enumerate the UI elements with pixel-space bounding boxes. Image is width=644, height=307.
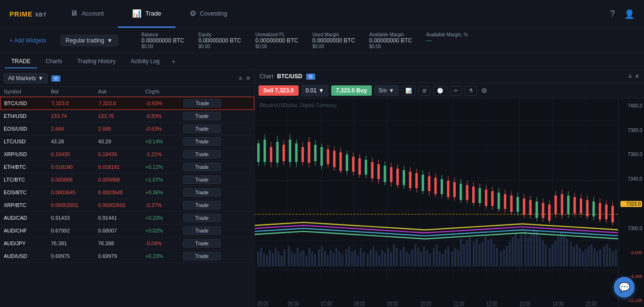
table-row[interactable]: AUD/USD 0.69975 0.69979 +0.23% Trade bbox=[0, 250, 254, 263]
svg-text:05:00: 05:00 bbox=[257, 300, 268, 307]
tab-trade[interactable]: TRADE bbox=[5, 55, 37, 68]
trade-button[interactable]: Trade bbox=[183, 137, 221, 146]
trade-button[interactable]: Trade bbox=[183, 175, 221, 184]
svg-rect-21 bbox=[269, 250, 271, 266]
chart-filter-icon[interactable]: ☰ bbox=[306, 74, 315, 80]
svg-rect-61 bbox=[390, 251, 392, 266]
trade-button[interactable]: Trade bbox=[183, 150, 221, 158]
nav-tab-account[interactable]: 🖥 Account bbox=[56, 0, 118, 28]
trade-button[interactable]: Trade bbox=[183, 124, 221, 133]
chart-clock-button[interactable]: 🕐 bbox=[433, 86, 447, 96]
markets-menu-icon[interactable]: ≡ bbox=[239, 75, 242, 82]
svg-text:10:00: 10:00 bbox=[420, 300, 431, 307]
table-row[interactable]: LTC/BTC 0.005866 0.005868 +1.07% Trade bbox=[0, 174, 254, 186]
trade-button[interactable]: Trade bbox=[183, 226, 221, 235]
markets-close-icon[interactable]: ✕ bbox=[246, 75, 251, 82]
trade-button[interactable]: Trade bbox=[184, 99, 221, 108]
chat-button[interactable]: 💬 bbox=[614, 277, 635, 298]
svg-rect-81 bbox=[452, 251, 453, 266]
trade-button[interactable]: Trade bbox=[183, 163, 221, 171]
svg-rect-43 bbox=[335, 248, 337, 266]
trade-button[interactable]: Trade bbox=[183, 214, 221, 222]
svg-rect-56 bbox=[376, 251, 377, 266]
table-row[interactable]: AUD/CAD 0.91433 0.91441 +0.20% Trade bbox=[0, 212, 254, 224]
trade-button[interactable]: Trade bbox=[183, 201, 221, 209]
markets-filter-icon[interactable]: ☰ bbox=[51, 75, 60, 82]
stat-unrealized-pl: Unrealized PL 0.00000000 BTC $0.00 bbox=[255, 32, 298, 49]
table-row[interactable]: EOS/USD 2.684 2.685 -0.63% Trade bbox=[0, 123, 254, 135]
table-row[interactable]: ETH/USD 133.74 133.76 -0.83% Trade bbox=[0, 110, 254, 123]
table-row[interactable]: AUD/JPY 76.381 76.388 -0.04% Trade bbox=[0, 237, 254, 250]
chg-cell: +1.07% bbox=[145, 177, 183, 183]
col-ask: Ask bbox=[98, 89, 145, 94]
svg-rect-40 bbox=[327, 255, 329, 266]
svg-rect-93 bbox=[487, 241, 489, 266]
svg-rect-116 bbox=[557, 237, 559, 266]
tab-activity-log[interactable]: Activity Log bbox=[124, 55, 166, 68]
trade-button[interactable]: Trade bbox=[183, 239, 221, 248]
symbol-cell: AUD/CAD bbox=[4, 215, 51, 221]
timeframe-dropdown[interactable]: 5m ▼ bbox=[375, 85, 399, 96]
price-7340: 7340.0 bbox=[620, 176, 642, 182]
table-row[interactable]: BTC/USD 7,323.0 7,323.0 -0.93% Trade bbox=[0, 97, 254, 110]
svg-rect-26 bbox=[284, 249, 285, 266]
chart-flask-button[interactable]: ⚗ bbox=[465, 86, 477, 96]
trade-button[interactable]: Trade bbox=[183, 112, 221, 120]
trading-mode-label: Regular trading bbox=[66, 37, 104, 44]
svg-rect-85 bbox=[463, 244, 465, 266]
symbol-cell: ETH/BTC bbox=[4, 164, 51, 170]
svg-rect-111 bbox=[542, 241, 544, 266]
chart-close-icon[interactable]: ✕ bbox=[635, 73, 639, 80]
table-row[interactable]: XRP/USD 0.19430 0.19439 -1.21% Trade bbox=[0, 148, 254, 161]
svg-text:11:00: 11:00 bbox=[453, 300, 464, 307]
sell-button[interactable]: Sell 7,323.0 bbox=[259, 85, 299, 96]
tab-charts[interactable]: Charts bbox=[39, 55, 69, 68]
svg-rect-87 bbox=[469, 237, 471, 266]
qty-dropdown[interactable]: 0.01 ▼ bbox=[301, 85, 328, 96]
table-row[interactable]: LTC/USD 43.28 43.29 +0.14% Trade bbox=[0, 135, 254, 148]
chart-draw-button[interactable]: ✏ bbox=[450, 86, 462, 96]
trade-button[interactable]: Trade bbox=[183, 252, 221, 260]
svg-rect-112 bbox=[545, 244, 547, 266]
svg-text:06:00: 06:00 bbox=[288, 300, 299, 307]
svg-rect-53 bbox=[367, 254, 368, 266]
stat-am-sub: $0.00 bbox=[369, 44, 412, 49]
svg-rect-108 bbox=[533, 229, 535, 266]
all-markets-dropdown[interactable]: All Markets ▼ bbox=[4, 73, 48, 83]
svg-rect-52 bbox=[363, 251, 365, 266]
table-row[interactable]: AUD/CHF 0.67992 0.68007 +0.02% Trade bbox=[0, 224, 254, 237]
chart-settings-button[interactable]: ⚙ bbox=[480, 85, 489, 96]
trading-mode-dropdown[interactable]: Regular trading ▼ bbox=[60, 35, 118, 46]
chart-indicators-button[interactable]: ⊞ bbox=[418, 86, 430, 96]
chg-cell: -1.21% bbox=[145, 151, 183, 157]
tab-trading-history[interactable]: Trading History bbox=[71, 55, 122, 68]
chg-cell: -0.63% bbox=[145, 126, 183, 132]
nav-tab-trade[interactable]: 📊 Trade bbox=[118, 0, 175, 28]
bid-cell: 0.67992 bbox=[51, 228, 98, 233]
table-row[interactable]: XRP/BTC 0.00002601 0.00002602 -0.27% Tra… bbox=[0, 199, 254, 212]
chart-area[interactable]: Bitcoin/USDollar, Digital Currency bbox=[255, 99, 644, 307]
svg-rect-129 bbox=[596, 251, 598, 266]
chart-symbol: BTC/USD bbox=[277, 73, 302, 80]
nav-tab-covesting[interactable]: ⚙ Covesting bbox=[176, 0, 242, 28]
user-button[interactable]: 👤 bbox=[624, 9, 635, 19]
svg-rect-84 bbox=[460, 239, 462, 266]
all-markets-chevron: ▼ bbox=[38, 75, 43, 82]
help-button[interactable]: ? bbox=[610, 9, 615, 19]
trade-button[interactable]: Trade bbox=[183, 188, 221, 197]
svg-rect-80 bbox=[447, 246, 449, 266]
svg-rect-123 bbox=[579, 248, 581, 266]
chart-menu-icon[interactable]: ≡ bbox=[628, 73, 632, 80]
buy-button[interactable]: 7,323.0 Buy bbox=[331, 85, 372, 96]
chart-type-button[interactable]: 📊 bbox=[401, 86, 416, 96]
add-widgets-button[interactable]: + Add Widgets bbox=[9, 37, 46, 44]
stat-balance-sub: $0.00 bbox=[142, 44, 184, 49]
svg-rect-77 bbox=[439, 251, 441, 266]
chart-label: Chart bbox=[259, 73, 273, 80]
svg-rect-121 bbox=[573, 246, 575, 266]
tab-add-button[interactable]: + bbox=[168, 57, 179, 67]
table-row[interactable]: ETH/BTC 0.018180 0.018181 +0.12% Trade bbox=[0, 161, 254, 174]
svg-rect-58 bbox=[381, 250, 383, 266]
svg-rect-59 bbox=[384, 253, 386, 266]
table-row[interactable]: EOS/BTC 0.0003645 0.0003648 +0.36% Trade bbox=[0, 186, 254, 199]
